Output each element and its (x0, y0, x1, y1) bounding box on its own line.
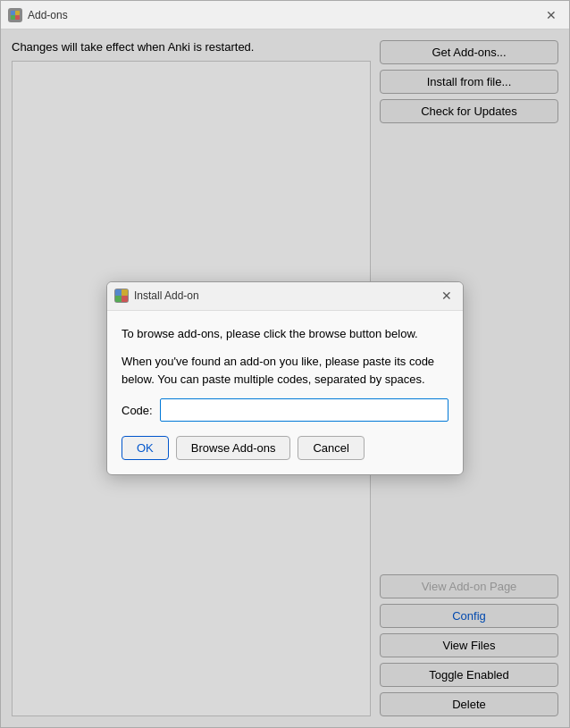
svg-rect-0 (11, 11, 15, 15)
code-row: Code: (122, 398, 448, 422)
code-input[interactable] (160, 398, 448, 422)
modal-paragraph-2: When you've found an add-on you like, pl… (122, 353, 448, 388)
svg-rect-2 (11, 15, 15, 20)
modal-title-left: Install Add-on (114, 289, 199, 303)
title-bar: Add-ons ✕ (1, 1, 569, 29)
modal-buttons: OK Browse Add-ons Cancel (122, 436, 448, 460)
cancel-button[interactable]: Cancel (298, 436, 364, 460)
svg-rect-7 (122, 289, 128, 296)
svg-rect-4 (115, 289, 122, 296)
modal-title-text: Install Add-on (134, 289, 199, 302)
modal-close-button[interactable]: ✕ (438, 287, 456, 305)
addons-window-icon (8, 8, 22, 22)
browse-addons-button[interactable]: Browse Add-ons (176, 436, 291, 460)
install-addon-dialog: Install Add-on ✕ To browse add-ons, plea… (106, 281, 464, 476)
svg-rect-5 (122, 296, 128, 302)
modal-body: To browse add-ons, please click the brow… (107, 311, 463, 475)
modal-icon (114, 289, 129, 303)
window-title: Add-ons (28, 9, 68, 21)
modal-paragraph-1: To browse add-ons, please click the brow… (122, 325, 448, 343)
svg-rect-3 (15, 11, 20, 15)
ok-button[interactable]: OK (122, 436, 169, 460)
svg-rect-1 (15, 15, 20, 20)
svg-rect-6 (115, 296, 122, 302)
modal-overlay: Install Add-on ✕ To browse add-ons, plea… (1, 29, 569, 727)
code-label: Code: (122, 404, 153, 417)
main-window: Add-ons ✕ Changes will take effect when … (0, 0, 570, 728)
modal-title-bar: Install Add-on ✕ (107, 282, 463, 311)
content-area: Changes will take effect when Anki is re… (1, 29, 569, 727)
window-close-button[interactable]: ✕ (541, 4, 562, 26)
title-bar-left: Add-ons (8, 8, 68, 22)
